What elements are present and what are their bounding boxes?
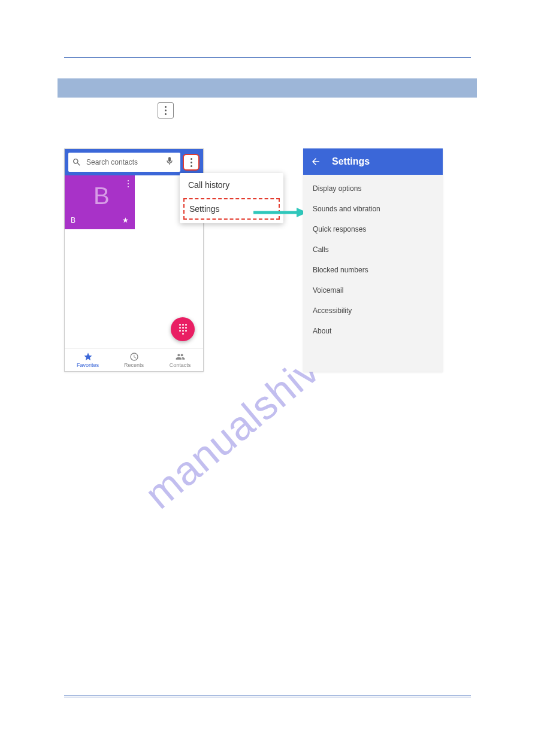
favorite-contact-tile[interactable]: B B ★	[65, 175, 135, 229]
overflow-menu-button[interactable]	[183, 154, 200, 171]
settings-item-quick-responses[interactable]: Quick responses	[303, 219, 443, 239]
search-icon	[72, 157, 81, 167]
settings-item-about[interactable]: About	[303, 321, 443, 341]
more-icon	[191, 158, 192, 167]
footer-divider	[64, 695, 471, 696]
search-field[interactable]: Search contacts	[68, 153, 180, 172]
star-icon	[83, 352, 93, 362]
settings-item-display[interactable]: Display options	[303, 178, 443, 199]
tab-label: Recents	[124, 362, 144, 368]
phone-screenshot-settings: Settings Display options Sounds and vibr…	[303, 148, 443, 372]
tab-contacts[interactable]: Contacts	[157, 349, 203, 371]
settings-item-accessibility[interactable]: Accessibility	[303, 300, 443, 321]
settings-list: Display options Sounds and vibration Qui…	[303, 175, 443, 345]
contact-name: B	[71, 216, 75, 224]
overflow-icon-illustration	[158, 102, 174, 119]
tab-label: Favorites	[77, 362, 99, 368]
dialpad-icon	[179, 324, 187, 335]
dialpad-fab[interactable]	[171, 317, 195, 341]
search-bar: Search contacts	[65, 149, 203, 175]
settings-item-calls[interactable]: Calls	[303, 239, 443, 260]
tab-recents[interactable]: Recents	[111, 349, 157, 371]
more-icon	[165, 106, 167, 115]
contact-initial-large: B	[93, 183, 110, 210]
bottom-nav: Favorites Recents Contacts	[65, 348, 203, 371]
section-title-bar	[58, 78, 477, 98]
settings-item-sounds[interactable]: Sounds and vibration	[303, 199, 443, 219]
settings-title: Settings	[332, 156, 370, 167]
settings-header: Settings	[303, 148, 443, 175]
flow-arrow	[253, 207, 307, 218]
footer-divider	[64, 697, 471, 697]
tile-overflow-icon[interactable]	[128, 180, 129, 187]
settings-item-blocked[interactable]: Blocked numbers	[303, 260, 443, 280]
tab-label: Contacts	[170, 362, 191, 368]
settings-item-voicemail[interactable]: Voicemail	[303, 280, 443, 300]
top-divider	[64, 57, 471, 58]
mic-icon[interactable]	[165, 156, 174, 168]
clock-icon	[129, 352, 139, 362]
favorite-star-icon: ★	[122, 216, 129, 224]
people-icon	[176, 352, 185, 362]
search-placeholder: Search contacts	[86, 158, 162, 166]
menu-item-call-history[interactable]: Call history	[180, 173, 283, 197]
tab-favorites[interactable]: Favorites	[65, 349, 111, 371]
back-arrow-icon[interactable]	[310, 156, 321, 167]
